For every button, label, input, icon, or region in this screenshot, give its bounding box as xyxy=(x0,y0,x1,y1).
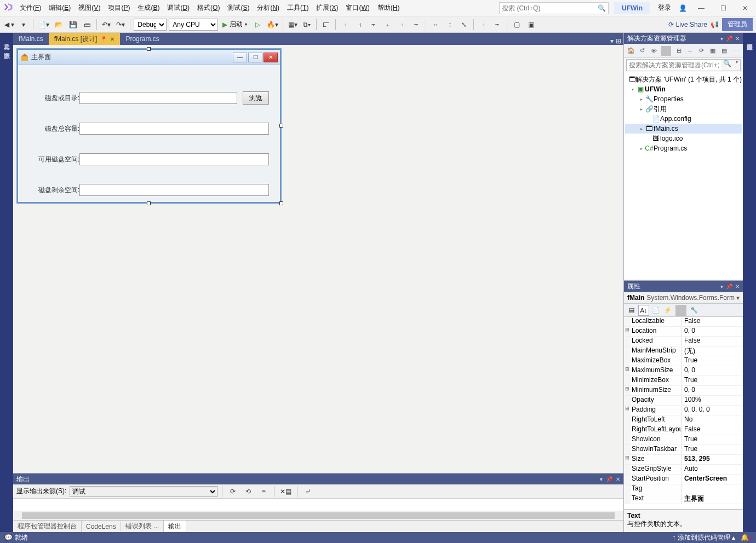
appconfig-node[interactable]: App.config xyxy=(660,115,691,123)
output-pin-icon[interactable]: 📌 xyxy=(606,476,612,482)
property-object-combo[interactable]: fMainSystem.Windows.Forms.Form▾ xyxy=(624,292,743,304)
property-row[interactable]: Text主界面 xyxy=(624,494,743,504)
redo-button[interactable]: ↷▾ xyxy=(114,19,127,31)
references-node[interactable]: 引用 xyxy=(654,105,667,114)
prop-categorized-button[interactable]: ▤ xyxy=(626,305,637,316)
project-node[interactable]: UFWin xyxy=(645,85,666,93)
bring-front-button[interactable]: ▢ xyxy=(511,19,523,31)
hot-reload-button[interactable]: 🔥▾ xyxy=(266,19,279,31)
menu-f[interactable]: 文件(F) xyxy=(16,1,44,15)
sol-showall-icon[interactable]: ▦ xyxy=(708,46,718,56)
tabs-pin-icon[interactable]: ⊞ xyxy=(616,37,621,45)
new-project-button[interactable]: 📄▾ xyxy=(37,19,50,31)
menu-t[interactable]: 工具(T) xyxy=(284,1,312,15)
search-dd-icon[interactable]: ▾ xyxy=(734,60,740,71)
solution-search[interactable]: 🔍 ▾ xyxy=(626,59,741,71)
property-grid[interactable]: LocalizableFalse⊞Location0, 0LockedFalse… xyxy=(624,317,743,509)
prop-events-button[interactable]: ⚡ xyxy=(662,305,673,316)
status-chat-icon[interactable]: 💬 xyxy=(4,534,13,541)
right-tab[interactable]: 服务器资源管理器 xyxy=(744,35,755,44)
save-button[interactable]: 💾 xyxy=(67,19,79,31)
align-left-button[interactable]: ⫞ xyxy=(339,19,351,31)
send-back-button[interactable]: ▣ xyxy=(525,19,537,31)
output-dropdown-icon[interactable]: ▾ xyxy=(600,476,603,482)
property-row[interactable]: RightToLeftLayoutFalse xyxy=(624,425,743,435)
login-link[interactable]: 登录 xyxy=(654,3,675,13)
start-button[interactable]: ▶启动▾ xyxy=(220,20,249,29)
align-top-button[interactable]: ⫠ xyxy=(382,19,394,31)
property-row[interactable]: LockedFalse xyxy=(624,337,743,346)
property-row[interactable]: Opacity100% xyxy=(624,396,743,406)
menu-b[interactable]: 生成(B) xyxy=(134,1,163,15)
start-noDebug-button[interactable]: ▷ xyxy=(251,19,264,31)
property-row[interactable]: ⊞MaximumSize0, 0 xyxy=(624,366,743,376)
textbox-remain[interactable] xyxy=(79,184,269,196)
prop-close-icon[interactable]: ✕ xyxy=(735,284,740,290)
live-share-button[interactable]: ⟳ Live Share xyxy=(668,21,707,28)
sol-collapse-icon[interactable]: ⊟ xyxy=(674,46,684,56)
property-row[interactable]: ShowIconTrue xyxy=(624,435,743,445)
close-button[interactable]: ✕ xyxy=(734,0,756,16)
sol-pin-icon[interactable]: 📌 xyxy=(726,36,732,42)
minimize-button[interactable]: — xyxy=(690,0,712,16)
sol-sync-icon[interactable]: ↺ xyxy=(638,46,648,56)
property-row[interactable]: Tag xyxy=(624,484,743,494)
property-row[interactable]: ⊞Padding0, 0, 0, 0 xyxy=(624,406,743,415)
solution-search-input[interactable] xyxy=(627,60,721,71)
menu-n[interactable]: 分析(N) xyxy=(254,1,283,15)
feedback-icon[interactable]: 📢 xyxy=(711,21,719,28)
notification-bell-icon[interactable]: 🔔₁ xyxy=(741,534,752,541)
sol-close-icon[interactable]: ✕ xyxy=(735,36,740,42)
menu-x[interactable]: 扩展(X) xyxy=(313,1,341,15)
align-middle-button[interactable]: ⫞ xyxy=(396,19,408,31)
property-row[interactable]: MaximizeBoxTrue xyxy=(624,356,743,366)
prop-alpha-button[interactable]: A↓ xyxy=(638,305,649,316)
logo-node[interactable]: logo.ico xyxy=(660,135,683,142)
property-row[interactable]: MinimizeBoxTrue xyxy=(624,376,743,386)
property-row[interactable]: ShowInTaskbarTrue xyxy=(624,445,743,455)
nav-back-button[interactable]: ◀ ▾ xyxy=(3,19,15,31)
menu-w[interactable]: 窗口(W) xyxy=(342,1,373,15)
quick-search[interactable]: 🔍 xyxy=(499,2,609,14)
size-both-button[interactable]: ⤡ xyxy=(458,19,470,31)
property-row[interactable]: StartPositionCenterScreen xyxy=(624,475,743,484)
prop-props-button[interactable]: 📄 xyxy=(650,305,661,316)
size-width-button[interactable]: ↔ xyxy=(429,19,442,31)
layout-btn-1[interactable]: ⫍ xyxy=(320,19,332,31)
left-tab[interactable]: 数据源 xyxy=(2,44,12,53)
sol-home-icon[interactable]: 🏠 xyxy=(626,46,636,56)
output-close-icon[interactable]: ✕ xyxy=(616,476,620,482)
user-icon[interactable]: 👤 xyxy=(675,4,690,12)
nav-fwd-button[interactable]: ▾ xyxy=(18,19,30,31)
sol-more-icon[interactable]: ⋯ xyxy=(731,46,741,56)
prop-dropdown-icon[interactable]: ▾ xyxy=(720,284,723,290)
property-row[interactable]: RightToLeftNo xyxy=(624,415,743,425)
output-scrollbar[interactable] xyxy=(13,511,623,520)
browse-button[interactable]: 浏览 xyxy=(243,91,269,105)
doc-tab[interactable]: fMain.cs xyxy=(13,33,49,45)
size-height-button[interactable]: ↕ xyxy=(444,19,456,31)
output-clear-button[interactable]: ✕▤ xyxy=(279,486,293,498)
fmain-node[interactable]: fMain.cs xyxy=(654,125,678,132)
program-node[interactable]: Program.cs xyxy=(654,145,687,152)
left-tab[interactable]: 工具箱 xyxy=(2,35,12,44)
tool-tab[interactable]: 程序包管理器控制台 xyxy=(13,521,82,532)
textbox-path[interactable] xyxy=(79,92,237,104)
maximize-button[interactable]: ☐ xyxy=(712,0,734,16)
prop-wrench-button[interactable]: 🔧 xyxy=(689,305,700,316)
property-row[interactable]: ⊞Size513, 295 xyxy=(624,455,743,465)
config-combo[interactable]: Debug xyxy=(134,19,167,31)
menu-h[interactable]: 帮助(H) xyxy=(374,1,403,15)
output-tb-btn1[interactable]: ⟳ xyxy=(227,486,239,498)
align-right-button[interactable]: ⫟ xyxy=(368,19,380,31)
properties-node[interactable]: Properties xyxy=(654,95,684,103)
menu-d[interactable]: 调试(D) xyxy=(164,1,193,15)
property-row[interactable]: SizeGripStyleAuto xyxy=(624,465,743,475)
property-row[interactable]: ⊞MinimumSize0, 0 xyxy=(624,386,743,396)
textbox-free[interactable] xyxy=(79,153,269,165)
spacing-v-button[interactable]: ⫟ xyxy=(491,19,503,31)
menu-p[interactable]: 项目(P) xyxy=(105,1,133,15)
doc-tab[interactable]: fMain.cs [设计]📍✕ xyxy=(49,33,121,45)
align-bottom-button[interactable]: ⫟ xyxy=(410,19,422,31)
solution-root[interactable]: 解决方案 'UFWin' (1 个项目, 共 1 个) xyxy=(635,75,742,84)
